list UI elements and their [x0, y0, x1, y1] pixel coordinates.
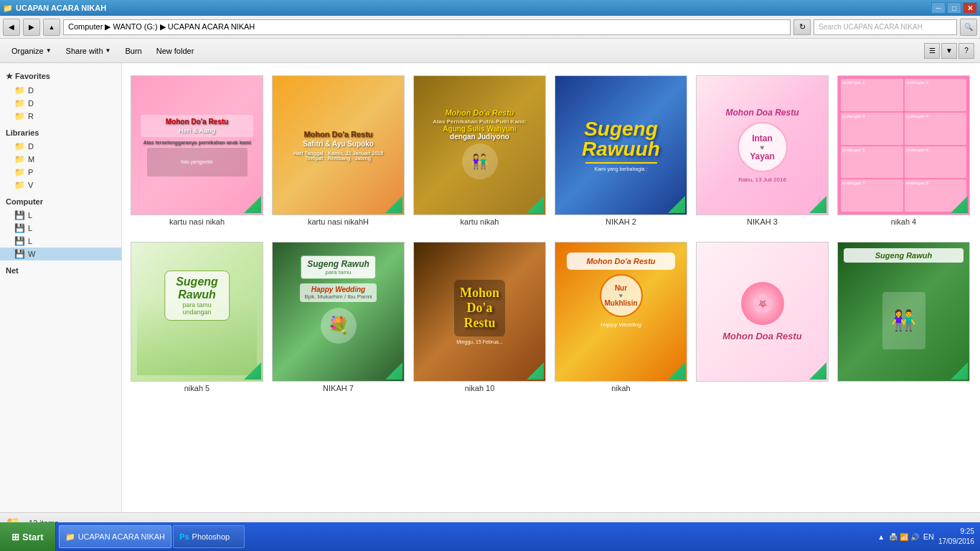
file-item-9[interactable]: Mohon Do'a Restu Minggu, 15 Februa... ni… [413, 238, 546, 396]
file-item-12[interactable]: Sugeng Rawuh 👫 [837, 238, 970, 396]
file-name-4: NIKAH 2 [606, 217, 636, 226]
file-grid: Mohon Do'a Restu Heri & Aang Atas tersel… [128, 69, 974, 399]
new-folder-button[interactable]: New folder [151, 42, 200, 60]
taskbar-item-explorer-icon: 📁 [65, 532, 75, 542]
sidebar-favorites-header[interactable]: ★ Favorites [0, 69, 121, 84]
view-dropdown-button[interactable]: ▼ [941, 43, 957, 59]
sidebar-item-comp-l2[interactable]: 💾L [0, 222, 121, 235]
clock-time: 9:25 [938, 527, 974, 537]
address-bar: ◀ ▶ ▲ Computer ▶ WANTO (G:) ▶ UCAPAN ACA… [0, 16, 980, 39]
file-item-1[interactable]: Mohon Do'a Restu Heri & Aang Atas tersel… [131, 72, 263, 230]
title-bar-left: 📁 UCAPAN ACARA NIKAH [3, 4, 106, 13]
system-tray-icons: 🖨️ 📶 🔊 [889, 533, 919, 541]
sidebar-libraries-header[interactable]: Libraries [0, 126, 121, 140]
organize-dropdown-arrow: ▼ [46, 47, 52, 54]
file-item-3[interactable]: Mohon Do'a Restu Atas Pernikahan Putra-P… [413, 72, 546, 230]
sidebar-item-comp-l1[interactable]: 💾L [0, 209, 121, 222]
clock: 9:25 17/09/2016 [938, 527, 974, 547]
file-name-8: NIKAH 7 [323, 384, 354, 392]
file-item-11[interactable]: 🌸 Mohon Doa Restu [696, 238, 829, 396]
new-folder-label: New folder [156, 47, 194, 55]
start-icon: ⊞ [11, 532, 19, 542]
sidebar: ★ Favorites 📁D 📁D 📁R Libraries 📁D 📁M 📁P … [0, 63, 122, 512]
sidebar-item-d1[interactable]: 📁D [0, 84, 121, 97]
search-button[interactable]: 🔍 [960, 19, 977, 36]
taskbar-item-photoshop-label: Photoshop [192, 532, 230, 541]
organize-button[interactable]: Organize ▼ [6, 42, 57, 60]
thumbnail-12: Sugeng Rawuh 👫 [837, 242, 970, 382]
search-placeholder: Search UCAPAN ACARA NIKAH [819, 23, 923, 31]
file-name-2: kartu nasi nikahH [308, 217, 369, 226]
sidebar-item-lib-m[interactable]: 📁M [0, 153, 121, 166]
view-controls: ☰ ▼ ? [924, 43, 974, 59]
sidebar-item-lib-p[interactable]: 📁P [0, 166, 121, 179]
taskbar-item-photoshop[interactable]: Ps Photoshop [173, 525, 245, 548]
file-name-7: nikah 5 [184, 384, 209, 392]
thumbnail-5: Mohon Doa Restu Intan ♥ Yayan Rabu, 13 J… [696, 75, 829, 215]
burn-label: Burn [125, 47, 141, 55]
title-bar-controls: ─ □ ✕ [931, 2, 977, 14]
sidebar-item-r[interactable]: 📁R [0, 110, 121, 123]
clock-date: 17/09/2016 [938, 537, 974, 547]
content-area[interactable]: Mohon Do'a Restu Heri & Aang Atas tersel… [122, 63, 980, 512]
back-button[interactable]: ◀ [3, 19, 20, 36]
thumbnail-2: Mohon Do'a Restu Safitri & Ayu Supoko Ha… [272, 75, 405, 215]
burn-button[interactable]: Burn [119, 42, 147, 60]
taskbar-items: 📁 UCAPAN ACARA NIKAH Ps Photoshop [56, 525, 872, 548]
thumbnail-4: Sugeng Rawuuh Kami yang berbahagia : [555, 75, 687, 215]
sidebar-item-comp-w[interactable]: 💾W [0, 248, 121, 260]
forward-button[interactable]: ▶ [23, 19, 40, 36]
thumbnail-11: 🌸 Mohon Doa Restu [696, 242, 829, 382]
thumbnail-3: Mohon Do'a Restu Atas Pernikahan Putra-P… [413, 75, 546, 215]
maximize-button[interactable]: □ [947, 2, 961, 14]
help-button[interactable]: ? [958, 43, 974, 59]
sidebar-item-d2[interactable]: 📁D [0, 97, 121, 110]
minimize-button[interactable]: ─ [931, 2, 946, 14]
taskbar-item-photoshop-icon: Ps [179, 532, 189, 541]
view-options-button[interactable]: ☰ [924, 43, 940, 59]
file-item-7[interactable]: Sugeng Rawuh para tamu undangan nikah 5 [131, 238, 263, 396]
file-item-6[interactable]: undangan 1 undangan 2 undangan 3 undanga… [837, 72, 970, 230]
thumbnail-7: Sugeng Rawuh para tamu undangan [131, 242, 263, 382]
file-name-3: kartu nikah [461, 217, 499, 226]
sidebar-network-section: Net [0, 263, 121, 278]
sidebar-favorites-section: ★ Favorites 📁D 📁D 📁R [0, 69, 121, 123]
sidebar-computer-header[interactable]: Computer [0, 194, 121, 209]
address-path[interactable]: Computer ▶ WANTO (G:) ▶ UCAPAN ACARA NIK… [63, 19, 791, 35]
file-item-2[interactable]: Mohon Do'a Restu Safitri & Ayu Supoko Ha… [272, 72, 405, 230]
share-with-button[interactable]: Share with ▼ [60, 42, 117, 60]
main-layout: ★ Favorites 📁D 📁D 📁R Libraries 📁D 📁M 📁P … [0, 63, 980, 512]
thumbnail-10: Mohon Do'a Restu Nur ♥ Mukhlisin Happy W… [555, 242, 687, 382]
sidebar-item-lib-d[interactable]: 📁D [0, 140, 121, 153]
file-item-4[interactable]: Sugeng Rawuuh Kami yang berbahagia : NIK… [555, 72, 687, 230]
file-name-6: nikah 4 [891, 217, 916, 226]
file-item-5[interactable]: Mohon Doa Restu Intan ♥ Yayan Rabu, 13 J… [696, 72, 829, 230]
thumbnail-6: undangan 1 undangan 2 undangan 3 undanga… [837, 75, 970, 215]
taskbar-item-explorer[interactable]: 📁 UCAPAN ACARA NIKAH [59, 525, 171, 548]
close-button[interactable]: ✕ [963, 2, 977, 14]
title-bar: 📁 UCAPAN ACARA NIKAH ─ □ ✕ [0, 0, 980, 16]
file-name-10: nikah [611, 384, 630, 392]
start-button[interactable]: ⊞ Start [0, 522, 56, 551]
taskbar: ⊞ Start 📁 UCAPAN ACARA NIKAH Ps Photosho… [0, 522, 980, 551]
taskbar-item-explorer-label: UCAPAN ACARA NIKAH [78, 532, 165, 541]
window-icon: 📁 [3, 4, 13, 13]
sidebar-computer-section: Computer 💾L 💾L 💾L 💾W [0, 194, 121, 260]
star-icon: ★ [6, 72, 13, 80]
sidebar-network-header[interactable]: Net [0, 263, 121, 278]
sidebar-item-comp-l3[interactable]: 💾L [0, 235, 121, 248]
toolbar: Organize ▼ Share with ▼ Burn New folder … [0, 39, 980, 63]
file-name-9: nikah 10 [465, 384, 495, 392]
window-title: UCAPAN ACARA NIKAH [16, 4, 106, 12]
search-box[interactable]: Search UCAPAN ACARA NIKAH [814, 19, 957, 35]
up-button[interactable]: ▲ [43, 19, 60, 36]
file-name-1: kartu nasi nikah [169, 217, 225, 226]
system-tray-lang: EN [923, 532, 934, 541]
refresh-button[interactable]: ↻ [793, 19, 811, 35]
share-with-label: Share with [66, 47, 103, 55]
file-item-8[interactable]: Sugeng Rawuh para tamu Happy Wedding Bpk… [272, 238, 405, 396]
thumbnail-8: Sugeng Rawuh para tamu Happy Wedding Bpk… [272, 242, 405, 382]
sidebar-item-lib-v[interactable]: 📁V [0, 179, 121, 192]
file-item-10[interactable]: Mohon Do'a Restu Nur ♥ Mukhlisin Happy W… [555, 238, 687, 396]
thumbnail-9: Mohon Do'a Restu Minggu, 15 Februa... [413, 242, 546, 382]
